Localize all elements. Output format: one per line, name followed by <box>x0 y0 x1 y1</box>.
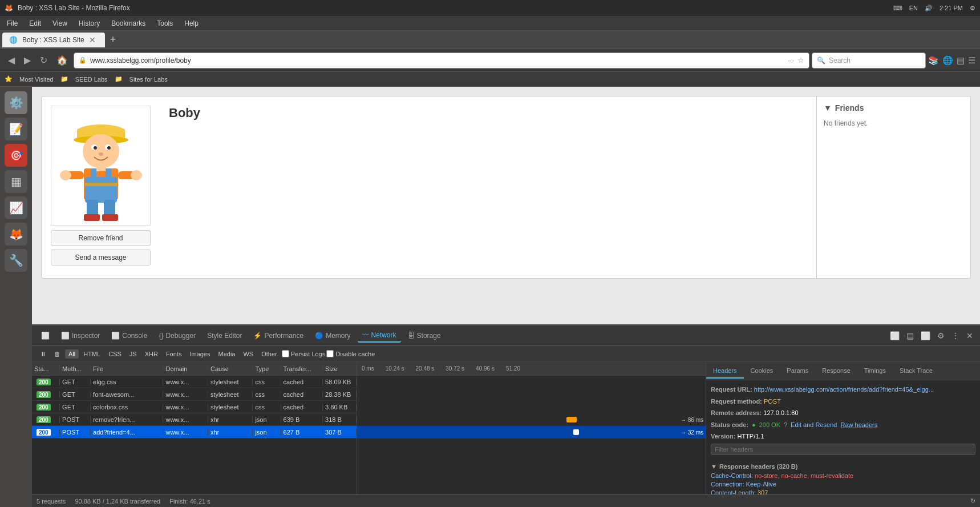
filter-all[interactable]: All <box>65 349 79 359</box>
globe-icon[interactable]: 🌐 <box>942 55 953 66</box>
search-bar[interactable]: 🔍 Search <box>812 53 926 69</box>
filter-images[interactable]: Images <box>186 349 213 359</box>
row-file: font-awesom... <box>91 391 163 398</box>
raw-headers-link[interactable]: Raw headers <box>840 420 877 430</box>
detail-tab-headers[interactable]: Headers <box>706 364 744 379</box>
filter-xhr[interactable]: XHR <box>141 349 161 359</box>
menu-history[interactable]: History <box>74 18 104 29</box>
filter-ws[interactable]: WS <box>240 349 257 359</box>
detail-tab-params[interactable]: Params <box>780 364 815 379</box>
devtools-clear-btn[interactable]: 🗑 <box>51 349 64 359</box>
library-icon[interactable]: 📚 <box>928 55 939 66</box>
menu-view[interactable]: View <box>48 18 72 29</box>
detail-tab-stack-trace[interactable]: Stack Trace <box>893 364 939 379</box>
col-header-method: Meth... <box>60 365 91 372</box>
new-tab-button[interactable]: + <box>105 33 121 47</box>
bookmark-star-icon[interactable]: ☆ <box>797 56 804 65</box>
menu-file[interactable]: File <box>2 18 22 29</box>
bookmark-most-visited[interactable]: Most Visited <box>19 76 54 83</box>
devtools-dock-right-icon[interactable]: ▤ <box>904 330 916 341</box>
row-transfer: 627 B <box>281 429 323 436</box>
url-bar[interactable]: 🔒 www.xsslabelgg.com/profile/boby ··· ☆ <box>74 53 809 69</box>
filter-css[interactable]: CSS <box>105 349 125 359</box>
table-row[interactable]: 200 GET elgg.css www.x... stylesheet css… <box>32 376 357 388</box>
clock: 2:21 PM <box>939 5 963 11</box>
back-button[interactable]: ◀ <box>5 53 18 68</box>
detail-tab-timings[interactable]: Timings <box>857 364 893 379</box>
header-content-length: Content-Length: 307 <box>711 489 975 495</box>
table-row[interactable]: 200 POST remove?frien... www.x... xhr js… <box>32 413 357 426</box>
sidebar-icon-red[interactable]: 🎯 <box>5 144 27 167</box>
tab-close-button[interactable]: ✕ <box>89 35 96 45</box>
bookmark-sites-for-labs[interactable]: Sites for Labs <box>129 76 168 83</box>
row-file: add?friend=4... <box>91 429 163 436</box>
status-info-icon[interactable]: ? <box>784 420 787 430</box>
devtools-more-icon[interactable]: ⋮ <box>949 330 962 341</box>
send-message-button[interactable]: Send a message <box>51 250 151 265</box>
persist-logs-checkbox[interactable]: Persist Logs <box>282 350 326 357</box>
header-connection: Connection: Keep-Alive <box>711 481 975 488</box>
row-size: 318 B <box>323 416 357 423</box>
reload-button[interactable]: ↻ <box>37 53 51 68</box>
menu-bookmarks[interactable]: Bookmarks <box>107 18 150 29</box>
devtools-body: Sta... Meth... File Domain Cause Type Tr… <box>32 362 980 494</box>
devtools-close-icon[interactable]: ✕ <box>964 330 975 341</box>
devtools-responsive-btn[interactable]: ⬜ <box>37 329 54 342</box>
filter-media[interactable]: Media <box>214 349 238 359</box>
devtools-memory-btn[interactable]: 🔵 Memory <box>310 329 355 342</box>
url-more-icon[interactable]: ··· <box>788 56 794 65</box>
details-content: Request URL: http://www.xsslabelgg.com/a… <box>706 380 980 494</box>
devtools-performance-btn[interactable]: ⚡ Performance <box>249 329 308 342</box>
row-file: colorbox.css <box>91 404 163 411</box>
sidebar-icon-grid[interactable]: ▦ <box>5 170 27 193</box>
settings-icon: ⚙ <box>970 5 975 12</box>
sidebar-icon-firefox[interactable]: 🦊 <box>5 223 27 246</box>
table-row-selected[interactable]: 200 POST add?friend=4... www.x... xhr js… <box>32 426 357 438</box>
devtools-debugger-btn[interactable]: {} Debugger <box>154 329 200 342</box>
filter-other[interactable]: Other <box>258 349 281 359</box>
table-row[interactable]: 200 GET font-awesom... www.x... styleshe… <box>32 388 357 401</box>
table-row[interactable]: 200 GET colorbox.css www.x... stylesheet… <box>32 401 357 413</box>
menu-edit[interactable]: Edit <box>25 18 46 29</box>
page-content: Remove friend Send a message Boby ▼ Frie… <box>32 87 980 507</box>
friends-collapse-icon[interactable]: ▼ <box>824 103 832 112</box>
devtools-panel: ⬜ ⬜ Inspector ⬜ Console {} Debugger Styl… <box>32 324 980 507</box>
sidebar-icon-edit[interactable]: 📝 <box>5 118 27 140</box>
sidebar-icon-graph[interactable]: 📈 <box>5 196 27 219</box>
devtools-network-btn[interactable]: 〰 Network <box>358 329 401 343</box>
devtools-style-editor-btn[interactable]: Style Editor <box>203 329 246 342</box>
svg-rect-10 <box>85 177 117 203</box>
browser-tab[interactable]: 🌐 Boby : XSS Lab Site ✕ <box>2 33 105 47</box>
devtools-storage-btn[interactable]: 🗄 Storage <box>403 329 446 342</box>
overflow-menu-icon[interactable]: ☰ <box>968 55 975 66</box>
svg-point-16 <box>60 170 71 180</box>
collapse-response-icon[interactable]: ▼ <box>711 463 717 470</box>
devtools-dock-bottom-icon[interactable]: ⬜ <box>888 330 902 341</box>
sidebar-toggle-icon[interactable]: ▤ <box>957 55 965 66</box>
edit-resend-link[interactable]: Edit and Resend <box>791 420 837 430</box>
disable-cache-checkbox[interactable]: Disable cache <box>326 350 375 357</box>
filter-html[interactable]: HTML <box>80 349 104 359</box>
filter-js[interactable]: JS <box>126 349 140 359</box>
detail-tab-cookies[interactable]: Cookies <box>744 364 780 379</box>
lock-icon: 🔒 <box>79 57 87 64</box>
devtools-split-icon[interactable]: ⬜ <box>918 330 933 341</box>
home-button[interactable]: 🏠 <box>53 53 71 68</box>
keyboard-icon: ⌨ <box>893 5 902 12</box>
sidebar-icon-wrench[interactable]: 🔧 <box>5 249 27 272</box>
menu-tools[interactable]: Tools <box>152 18 177 29</box>
bookmark-seed-labs[interactable]: SEED Labs <box>75 76 108 83</box>
remove-friend-button[interactable]: Remove friend <box>51 230 151 246</box>
reload-icon[interactable]: ↻ <box>970 497 975 505</box>
memory-icon: 🔵 <box>315 332 323 340</box>
devtools-settings-icon[interactable]: ⚙ <box>935 330 947 341</box>
menu-help[interactable]: Help <box>180 18 203 29</box>
devtools-pause-btn[interactable]: ⏸ <box>37 349 50 359</box>
filter-fonts[interactable]: Fonts <box>163 349 185 359</box>
forward-button[interactable]: ▶ <box>21 53 34 68</box>
detail-tab-response[interactable]: Response <box>815 364 857 379</box>
devtools-inspector-btn[interactable]: ⬜ Inspector <box>56 329 104 342</box>
sidebar-icon-settings[interactable]: ⚙️ <box>5 91 27 114</box>
devtools-console-btn[interactable]: ⬜ Console <box>107 329 152 342</box>
filter-headers-input[interactable] <box>711 444 975 455</box>
